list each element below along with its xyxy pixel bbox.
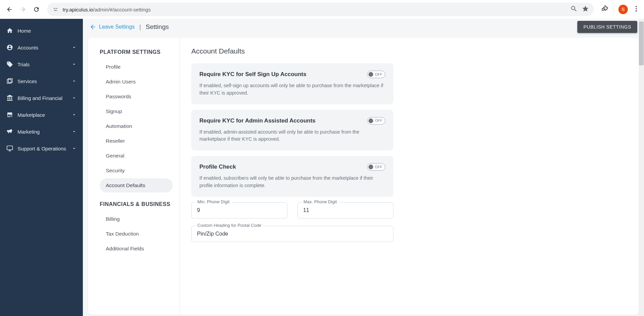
sidebar-item-trials[interactable]: Trials [0, 56, 83, 73]
svg-rect-4 [57, 10, 57, 11]
subnav-item-automation[interactable]: Automation [100, 119, 173, 133]
scrollbar-thumb[interactable] [639, 22, 644, 65]
svg-rect-1 [55, 8, 57, 9]
setting-card: Require KYC for Admin Assisted AccountsO… [191, 110, 393, 151]
setting-card: Profile CheckOFFIf enabled, subscribers … [191, 156, 393, 197]
publish-settings-button[interactable]: PUBLISH SETTINGS [577, 21, 637, 33]
user-circle-icon [6, 44, 13, 51]
bank-icon [6, 94, 13, 102]
card-title: Require KYC for Admin Assisted Accounts [199, 117, 316, 124]
postal-input[interactable] [191, 226, 393, 242]
sidebar-item-services[interactable]: Services [0, 73, 83, 90]
sidebar-item-accounts[interactable]: Accounts [0, 39, 83, 56]
forward-button[interactable] [18, 4, 28, 15]
chevron-down-icon [71, 95, 77, 101]
subnav-item-account-defaults[interactable]: Account Defaults [100, 178, 173, 192]
svg-point-2 [55, 10, 56, 11]
sidebar-item-billing-and-financial[interactable]: Billing and Financial [0, 90, 83, 106]
chevron-down-icon [71, 62, 77, 67]
main-title: Account Defaults [191, 47, 625, 55]
profile-avatar[interactable]: S [618, 5, 628, 14]
extensions-icon[interactable] [601, 5, 609, 14]
max-phone-label: Max. Phone Digit [301, 199, 339, 204]
subnav-item-additional-fields[interactable]: Additional Fields [100, 242, 173, 256]
card-description: If enabled, self-sign up accounts will o… [199, 82, 385, 97]
sidebar-item-support-operations[interactable]: Support & Operations [0, 140, 83, 157]
leave-settings-label: Leave Settings [99, 24, 135, 30]
page-title: Settings [146, 23, 169, 31]
card-description: If enabled, admin-assisted accounts will… [199, 129, 385, 143]
subnav-item-security[interactable]: Security [100, 164, 173, 178]
card-description: If enabled, subscribers will only be abl… [199, 175, 385, 189]
postal-row: Custom Heading for Postal Code [191, 226, 393, 242]
monitor-icon [6, 145, 13, 152]
toggle-state-label: OFF [375, 119, 383, 122]
chevron-down-icon [71, 45, 77, 50]
page-scrollbar[interactable] [639, 19, 644, 316]
settings-panel: PLATFORM SETTINGS ProfileAdmin UsersPass… [88, 38, 639, 315]
min-phone-label: Min. Phone Digit [195, 199, 231, 204]
chevron-down-icon [71, 78, 77, 84]
content-area: Leave Settings | Settings PUBLISH SETTIN… [83, 19, 644, 316]
sidebar-item-label: Billing and Financial [18, 95, 67, 101]
home-icon [6, 27, 13, 34]
sidebar-item-label: Marketing [18, 129, 67, 135]
sidebar-item-label: Support & Operations [18, 146, 67, 151]
sidebar-item-label: Marketplace [18, 112, 67, 118]
separator: | [139, 24, 141, 31]
svg-rect-10 [7, 146, 13, 150]
leave-settings-link[interactable]: Leave Settings [90, 24, 135, 30]
svg-point-0 [54, 8, 55, 9]
min-phone-input[interactable] [191, 202, 287, 218]
main-sidebar: HomeAccountsTrialsServicesBilling and Fi… [0, 19, 83, 316]
sidebar-item-home[interactable]: Home [0, 22, 83, 39]
settings-main: Account Defaults Require KYC for Self Si… [180, 38, 639, 315]
svg-point-6 [636, 8, 637, 9]
chevron-down-icon [71, 146, 77, 151]
address-bar[interactable]: try.apiculus.io/admin/#/account-settings [47, 3, 594, 16]
zoom-icon[interactable] [570, 5, 578, 14]
toggle-knob [368, 72, 373, 77]
sidebar-item-label: Services [18, 78, 67, 84]
toggle-state-label: OFF [375, 73, 383, 76]
subnav-heading-platform: PLATFORM SETTINGS [100, 49, 173, 55]
subnav-item-admin-users[interactable]: Admin Users [100, 75, 173, 89]
toggle-knob [368, 165, 373, 169]
phone-digit-row: Min. Phone Digit Max. Phone Digit [191, 202, 393, 218]
sidebar-item-marketplace[interactable]: Marketplace [0, 106, 83, 123]
app-root: HomeAccountsTrialsServicesBilling and Fi… [0, 19, 644, 316]
store-icon [6, 111, 13, 118]
toggle-switch[interactable]: OFF [367, 163, 385, 171]
megaphone-icon [6, 128, 13, 135]
min-phone-field: Min. Phone Digit [191, 202, 287, 218]
sidebar-item-label: Home [18, 28, 77, 34]
back-button[interactable] [4, 4, 15, 15]
sidebar-item-marketing[interactable]: Marketing [0, 123, 83, 140]
kebab-menu-icon[interactable] [633, 5, 640, 14]
subnav-item-passwords[interactable]: Passwords [100, 90, 173, 104]
subnav-item-general[interactable]: General [100, 149, 173, 163]
reload-button[interactable] [31, 4, 42, 15]
svg-point-7 [636, 10, 637, 12]
sidebar-item-label: Trials [18, 62, 67, 67]
subnav-item-reseller[interactable]: Reseller [100, 134, 173, 148]
chevron-down-icon [71, 129, 77, 134]
settings-subnav: PLATFORM SETTINGS ProfileAdmin UsersPass… [88, 38, 180, 315]
toggle-switch[interactable]: OFF [367, 71, 385, 78]
toolbar-divider [613, 5, 614, 13]
subnav-item-profile[interactable]: Profile [100, 60, 173, 74]
subnav-heading-financials: FINANCIALS & BUSINESS [100, 201, 173, 207]
subnav-item-signup[interactable]: Signup [100, 104, 173, 118]
bookmark-icon[interactable] [582, 5, 589, 14]
toggle-switch[interactable]: OFF [367, 117, 385, 125]
postal-label: Custom Heading for Postal Code [195, 223, 263, 228]
url-text: try.apiculus.io/admin/#/account-settings [63, 7, 151, 12]
subnav-item-tax-deduction[interactable]: Tax Deduction [100, 227, 173, 241]
settings-topbar: Leave Settings | Settings PUBLISH SETTIN… [83, 19, 644, 35]
toggle-knob [368, 118, 373, 123]
max-phone-field: Max. Phone Digit [297, 202, 393, 218]
tag-icon [6, 61, 13, 68]
site-settings-icon[interactable] [52, 6, 59, 13]
max-phone-input[interactable] [297, 202, 393, 218]
subnav-item-billing[interactable]: Billing [100, 212, 173, 226]
